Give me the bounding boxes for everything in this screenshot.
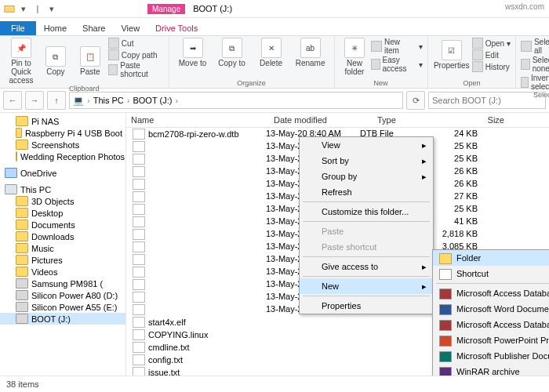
new-word[interactable]: Microsoft Word Document (433, 301, 549, 317)
new-access2[interactable]: Microsoft Access Database (433, 317, 549, 332)
nav-forward-button[interactable]: → (25, 91, 44, 110)
tab-home[interactable]: Home (36, 21, 75, 35)
selectnone-icon (521, 59, 530, 70)
paste-shortcut-button[interactable]: Paste shortcut (108, 61, 164, 78)
copypath-icon (108, 49, 119, 60)
refresh-button[interactable]: ⟳ (406, 91, 425, 110)
tree-music[interactable]: Music (0, 242, 125, 254)
breadcrumb-location[interactable]: BOOT (J:) (133, 96, 172, 105)
tab-share[interactable]: Share (75, 21, 113, 35)
pasteshort-icon (108, 64, 118, 75)
ctx-groupby[interactable]: Group by▸ (300, 169, 433, 184)
column-headers[interactable]: Name Date modified Type Size (126, 113, 549, 128)
new-shortcut[interactable]: Shortcut (433, 266, 549, 281)
open-button[interactable]: Open ▾ (472, 38, 511, 49)
rename-button[interactable]: abRename (292, 38, 329, 67)
ctx-refresh[interactable]: Refresh (300, 184, 433, 200)
group-organize-title: Organize (174, 79, 329, 87)
copy-button[interactable]: ⧉Copy (39, 38, 72, 85)
paste-icon: 📋 (80, 46, 100, 67)
edit-button[interactable]: Edit (472, 49, 511, 60)
folder-icon (439, 253, 452, 264)
tree-desktop[interactable]: Desktop (0, 207, 125, 219)
newfolder-icon: ✳ (344, 38, 365, 58)
new-folder-button[interactable]: ✳New folder (340, 38, 370, 76)
edit-icon (472, 49, 483, 60)
new-folder[interactable]: Folder (433, 250, 549, 266)
watermark: wsxdn.com (505, 2, 544, 11)
breadcrumb-pc-icon: 💻 (73, 96, 84, 106)
paste-button[interactable]: 📋Paste (74, 38, 107, 85)
move-to-button[interactable]: ➡Move to (174, 38, 212, 67)
tree-boot[interactable]: BOOT (J:) (0, 313, 125, 325)
new-pub[interactable]: Microsoft Publisher Document (433, 348, 549, 364)
copy-path-button[interactable]: Copy path (108, 49, 164, 60)
delete-button[interactable]: ✕Delete (253, 38, 290, 67)
easy-icon (371, 59, 380, 70)
rename-icon: ab (300, 38, 321, 58)
tab-view[interactable]: View (113, 21, 147, 35)
tree-downloads[interactable]: Downloads (0, 230, 125, 242)
ctx-paste-shortcut: Paste shortcut (300, 239, 433, 255)
access-icon (439, 289, 452, 299)
ctx-new[interactable]: New▸ (300, 278, 433, 294)
col-name[interactable]: Name (126, 113, 269, 127)
tree-3d[interactable]: 3D Objects (0, 195, 125, 207)
tree-onedrive[interactable]: OneDrive (0, 167, 125, 179)
qat-dropdown-icon[interactable]: ▾ (17, 2, 30, 15)
ctx-properties[interactable]: Properties (300, 298, 433, 314)
ctx-sortby[interactable]: Sort by▸ (300, 153, 433, 169)
qat-overflow-icon[interactable]: ▾ (45, 2, 58, 15)
tree-rpi[interactable]: Raspberry Pi 4 USB Boot (0, 127, 125, 139)
context-menu-main: View▸ Sort by▸ Group by▸ Refresh Customi… (299, 136, 434, 314)
history-button[interactable]: History (472, 61, 511, 72)
search-input[interactable]: Search BOOT (J:) (428, 92, 546, 109)
group-new-title: New (340, 79, 423, 87)
new-access1[interactable]: Microsoft Access Database (433, 285, 549, 301)
svg-rect-0 (5, 6, 14, 13)
ctx-customize[interactable]: Customize this folder... (300, 204, 433, 220)
ctx-give-access[interactable]: Give access to▸ (300, 259, 433, 274)
copy-to-button[interactable]: ⧉Copy to (213, 38, 251, 67)
tree-silicon2[interactable]: Silicon Power A55 (E:) (0, 301, 125, 313)
window-title: BOOT (J:) (185, 4, 232, 13)
nav-up-button[interactable]: ↑ (47, 91, 66, 110)
powerpoint-icon (439, 336, 452, 347)
breadcrumb[interactable]: 💻› This PC› BOOT (J:)› (69, 92, 403, 109)
col-type[interactable]: Type (373, 113, 445, 127)
cut-button[interactable]: Cut (108, 38, 164, 49)
col-size[interactable]: Size (445, 113, 509, 127)
select-all-button[interactable]: Select all (521, 38, 549, 55)
newitem-icon (371, 41, 382, 52)
file-icon (133, 129, 145, 140)
tree-pictures[interactable]: Pictures (0, 254, 125, 266)
tree-documents[interactable]: Documents (0, 219, 125, 230)
invert-selection-button[interactable]: Invert selection (521, 74, 549, 91)
selectall-icon (521, 41, 532, 52)
nav-tree: Pi NAS Raspberry Pi 4 USB Boot Screensho… (0, 113, 126, 378)
tree-silicon1[interactable]: Silicon Power A80 (D:) (0, 289, 125, 301)
folder-icon (3, 2, 16, 15)
tab-drive-tools[interactable]: Drive Tools (147, 21, 205, 35)
tree-screenshots[interactable]: Screenshots (0, 139, 125, 151)
tree-wedding[interactable]: Wedding Reception Photos (0, 151, 125, 162)
col-date[interactable]: Date modified (269, 113, 373, 127)
tree-videos[interactable]: Videos (0, 266, 125, 278)
titlebar: ▾ | ▾ Manage BOOT (J:) (0, 0, 549, 18)
new-ppt[interactable]: Microsoft PowerPoint Presentation (433, 332, 549, 348)
properties-button[interactable]: ☑Properties (433, 38, 471, 72)
pin-quick-access-button[interactable]: 📌Pin to Quick access (5, 38, 38, 85)
ctx-paste: Paste (300, 223, 433, 239)
nav-back-button[interactable]: ← (3, 91, 22, 110)
breadcrumb-this-pc[interactable]: This PC (93, 96, 124, 105)
tree-this-pc[interactable]: This PC (0, 183, 125, 195)
tree-pinas[interactable]: Pi NAS (0, 115, 125, 127)
access-icon (439, 320, 452, 331)
new-item-button[interactable]: New item ▾ (371, 38, 422, 55)
ctx-view[interactable]: View▸ (300, 137, 433, 153)
pin-icon: 📌 (11, 38, 31, 58)
tree-samsung[interactable]: Samsung PM981 ( (0, 278, 125, 289)
select-none-button[interactable]: Select none (521, 56, 549, 73)
easy-access-button[interactable]: Easy access ▾ (371, 56, 422, 73)
tab-file[interactable]: File (0, 21, 36, 35)
